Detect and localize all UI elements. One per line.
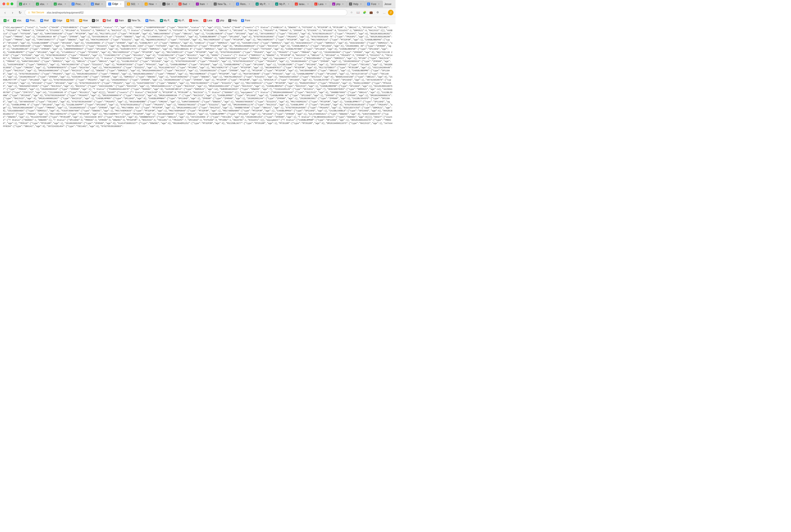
tab-label: xlsx. (58, 3, 63, 5)
shortcut-favicon: M (174, 19, 178, 22)
tab-favicon: x (54, 2, 57, 5)
tab-tab1[interactable]: x xl × × (17, 1, 33, 7)
shortcut-item[interactable]: F Fore (240, 19, 251, 23)
profile-icon[interactable]: J (388, 10, 393, 15)
shortcut-item[interactable]: x xlsx. (12, 19, 23, 23)
shortcut-item[interactable]: e Edge (52, 19, 63, 23)
shortcut-favicon: L (189, 19, 192, 22)
shortcut-label: xl (7, 19, 9, 22)
tab-close-icon[interactable]: × (287, 2, 290, 5)
tab-tab8[interactable]: H How × (142, 1, 160, 7)
tab-tab18[interactable]: p php × (330, 1, 347, 7)
tab-tab14[interactable]: M My P.. × (253, 1, 273, 7)
read-icon[interactable]: 📖 (355, 10, 361, 15)
tab-favicon: M (275, 2, 278, 5)
shortcut-item[interactable]: B Bad (102, 19, 112, 23)
shortcut-item[interactable]: R Rem.. (144, 19, 157, 23)
menu-icon[interactable]: … (382, 10, 387, 15)
tab-favicon: G (163, 2, 165, 5)
tab-close-icon[interactable]: × (100, 2, 104, 5)
title-bar: x xl × × x xlsx. × x xlsx. × P Proc.. × … (0, 0, 396, 8)
tab-tab17[interactable]: L Lara × (312, 1, 330, 7)
tab-close-icon[interactable]: × (307, 2, 310, 5)
tab-close-icon[interactable]: × (137, 2, 140, 5)
tab-tab2[interactable]: x xlsx. × (34, 1, 51, 7)
shortcut-item[interactable]: p php (215, 19, 225, 23)
shortcut-favicon: G (92, 19, 95, 22)
tab-close-icon[interactable]: × (64, 2, 67, 5)
tab-close-icon[interactable]: × (83, 2, 86, 5)
close-button[interactable] (2, 2, 5, 5)
maximize-button[interactable] (11, 2, 13, 5)
tab-tab6[interactable]: e Edge × (106, 1, 124, 7)
tab-tab5[interactable]: M Mail × (89, 1, 106, 7)
shortcut-item[interactable]: M Mail (39, 19, 50, 23)
settings-icon[interactable]: ⚙ (375, 10, 381, 15)
tab-close-icon[interactable]: × (268, 2, 271, 5)
tab-close-icon[interactable]: × (46, 2, 49, 5)
shortcut-item[interactable]: H How (78, 19, 89, 23)
url-bar[interactable]: ⚠ Not Secure xlsx.test/reports/equipment… (24, 9, 347, 16)
tab-tab19[interactable]: ? Help × (347, 1, 365, 7)
minimize-button[interactable] (6, 2, 9, 5)
extension-icon[interactable]: 🧩 (362, 10, 367, 15)
shortcut-favicon: F (241, 19, 244, 22)
collection-icon[interactable]: 💼 (368, 10, 374, 15)
shortcut-item[interactable]: G Git (91, 19, 100, 23)
tab-label: larav.. (299, 3, 306, 5)
tab-close-icon[interactable]: × (228, 2, 231, 5)
shortcut-item[interactable]: 5 502. (65, 19, 76, 23)
shortcut-item[interactable]: M My P.. (173, 19, 186, 23)
tab-tab12[interactable]: + New Ta.. × (211, 1, 234, 7)
tab-close-icon[interactable]: × (248, 2, 251, 5)
tab-label: Rem.. (240, 3, 247, 5)
tab-tab3[interactable]: x xlsx. × (52, 1, 69, 7)
tab-tab9[interactable]: G Git × (160, 1, 176, 7)
security-icon: ⚠ (28, 11, 30, 14)
tab-close-icon[interactable]: × (119, 2, 122, 5)
shortcut-item[interactable]: f fram (114, 19, 125, 23)
tab-label: Edge (112, 2, 118, 5)
shortcut-favicon: P (26, 19, 29, 22)
tab-label: Bad (183, 3, 187, 5)
tab-close-icon[interactable]: × (155, 2, 158, 5)
tab-favicon: x (36, 2, 39, 5)
tab-label: Lara (318, 3, 324, 5)
star-icon[interactable]: ☆ (349, 10, 354, 15)
tab-close-icon[interactable]: × (206, 2, 209, 5)
back-button[interactable]: ‹ (2, 10, 8, 16)
tab-tab15[interactable]: M My P.. × (273, 1, 292, 7)
shortcut-favicon: R (145, 19, 148, 22)
tab-tab11[interactable]: f fram × (194, 1, 211, 7)
shortcut-label: Git (96, 19, 99, 22)
tab-close-icon[interactable]: × (359, 2, 362, 5)
tab-close-icon[interactable]: × (341, 2, 344, 5)
shortcut-label: Rem.. (149, 19, 156, 22)
shortcut-item[interactable]: L Lara (202, 19, 213, 23)
tab-tab20[interactable]: F Fore × (365, 1, 383, 7)
tab-close-icon[interactable]: × (378, 2, 381, 5)
tab-tab7[interactable]: 5 502. × (125, 1, 142, 7)
forward-button[interactable]: › (10, 10, 16, 16)
tab-favicon: 5 (127, 2, 130, 5)
shortcut-label: larav.. (193, 19, 200, 22)
tab-close-icon[interactable]: × (28, 2, 31, 5)
shortcut-item[interactable]: x xl (2, 19, 10, 23)
shortcut-item[interactable]: + New Ta.. (127, 19, 142, 23)
shortcut-item[interactable]: L larav.. (188, 19, 201, 23)
tab-close-icon[interactable]: × (188, 2, 191, 5)
shortcut-item[interactable]: ? Help (227, 19, 238, 23)
shortcut-favicon: M (160, 19, 163, 22)
tab-tab13[interactable]: R Rem.. × (234, 1, 253, 7)
shortcut-item[interactable]: P Proc.. (25, 19, 37, 23)
tab-tab4[interactable]: P Proc.. × (69, 1, 88, 7)
tab-favicon: R (236, 2, 239, 5)
tab-tab10[interactable]: B Bad × (176, 1, 194, 7)
shortcut-item[interactable]: M My P.. (159, 19, 171, 23)
tab-close-icon[interactable]: × (325, 2, 328, 5)
reload-button[interactable]: ↻ (17, 10, 23, 16)
content-area[interactable]: {"old_equipment":{"total":2,"techs":{"69… (0, 24, 396, 266)
security-label: Not Secure (32, 11, 44, 14)
tab-close-icon[interactable]: × (171, 2, 174, 5)
tab-tab16[interactable]: L larav.. × (293, 1, 312, 7)
